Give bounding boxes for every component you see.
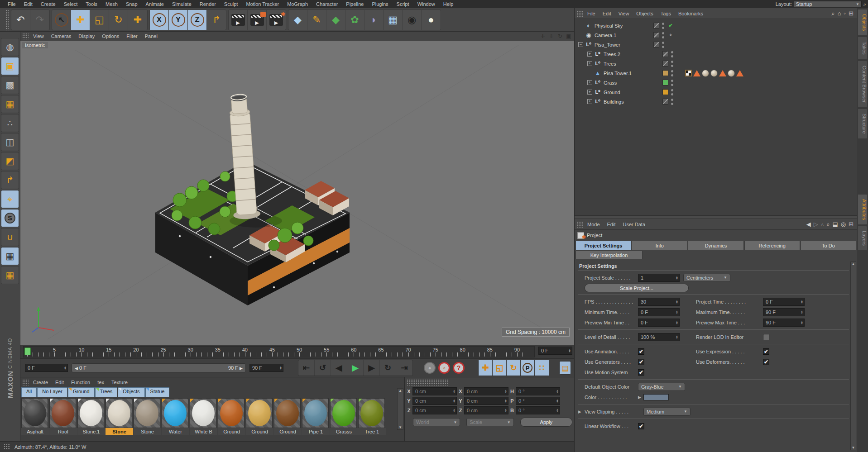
menu-create[interactable]: Create [37,1,60,7]
polygon-mode-icon[interactable]: ◩ [1,152,19,170]
move-tool-icon[interactable]: ✚ [71,10,90,30]
material-drag-handle[interactable] [22,379,29,385]
material-tag[interactable] [728,70,735,77]
tab-referencing[interactable]: Referencing [744,241,800,250]
material-roof-1[interactable]: Roof [49,398,77,435]
viewport-menu-panel[interactable]: Panel [141,33,161,39]
am-target-icon[interactable]: ◎ [841,221,846,228]
object-manager-drag-handle[interactable] [576,10,583,17]
light-object-icon[interactable]: ● [422,10,441,30]
layer-color-swatch[interactable] [662,51,668,57]
toolbar-drag-handle[interactable] [5,10,9,30]
object-name[interactable]: Pisa_Tower [595,42,648,48]
material-ground-9[interactable]: Ground [274,398,302,435]
layout-dropdown[interactable]: Startup ▼ [794,1,862,7]
material-stone-3[interactable]: Stone [106,398,133,435]
tweak-mode-icon[interactable]: ⌖ [1,190,19,208]
om-add-panel-icon[interactable]: ⊞ [849,10,854,17]
expand-icon[interactable]: + [587,61,592,66]
scale-mode-dropdown[interactable]: Scale▼ [466,418,513,426]
scale-tool-icon[interactable]: ◱ [90,10,109,30]
previous-frame-button[interactable]: ◀ [331,360,347,376]
attribute-scrollbar[interactable]: ▲ ▼ [850,262,856,450]
menu-script[interactable]: Script [393,1,413,7]
expand-icon[interactable]: + [587,80,592,85]
menu-file[interactable]: File [4,1,20,7]
menu-sculpt[interactable]: Sculpt [220,1,242,7]
am-forward-icon[interactable]: ▷ [814,221,818,228]
use-deformers-checkbox[interactable]: ✔ [763,359,769,365]
deformer-icon[interactable]: ◗ [364,10,384,30]
linear-workflow-checkbox[interactable]: ✔ [638,423,644,429]
expand-icon[interactable]: ▶ [638,395,643,400]
expand-icon[interactable]: + [587,52,592,57]
viewport-menu-display[interactable]: Display [75,33,98,39]
menu-mograph[interactable]: MoGraph [283,1,312,7]
snap-icon[interactable]: ∪ [1,228,19,246]
material-menu-tex[interactable]: tex [94,379,108,385]
use-motion-system-checkbox[interactable]: ✔ [638,369,644,376]
coord-h-field-2[interactable]: 0 °▲▼ [516,387,560,395]
layer-tab-statue[interactable]: Statue [145,387,170,397]
menu-edit[interactable]: Edit [20,1,37,7]
viewport-menu-filter[interactable]: Filter [123,33,141,39]
object-row-grass[interactable]: +L⁰Grass [575,78,857,87]
visibility-dots[interactable] [662,42,664,48]
viewport-canvas[interactable]: Isometric Grid Spacing : 10000 cm [20,41,574,345]
tab-info[interactable]: Info [632,241,687,250]
layer-tab-ground[interactable]: Ground [68,387,95,397]
key-scale-button[interactable]: ◱ [493,360,507,376]
viewport-drag-handle[interactable] [22,33,29,39]
object-row-trees[interactable]: +L⁰Trees [575,59,857,68]
autokey-button[interactable]: ◦ [438,362,450,374]
undo-icon[interactable]: ↶ [11,10,30,30]
om-menu-tags[interactable]: Tags [657,10,675,17]
material-water-5[interactable]: Water [162,398,189,435]
last-used-tool-icon[interactable]: ✚ [128,10,147,30]
om-filter-icon[interactable]: ◦ [844,10,846,17]
coord-p-field-2[interactable]: 0 °▲▼ [516,397,560,405]
preview-min-time-field[interactable]: 0 F▲▼ [638,319,680,327]
object-name[interactable]: Camera.1 [595,33,648,38]
menu-plugins[interactable]: Plugins [368,1,392,7]
timeline-ruler[interactable]: 051015202530354045505560657075808590 [23,346,535,357]
texture-mode-icon[interactable]: ▩ [1,76,19,94]
previous-key-button[interactable]: ↺ [315,360,331,376]
live-selection-icon[interactable]: ↖ [52,10,71,30]
edge-tab-content-browser[interactable]: Content Browser [858,61,868,108]
model-mode-icon[interactable]: ▣ [1,57,19,75]
tab-project-settings[interactable]: Project Settings [575,241,631,250]
om-menu-view[interactable]: View [615,10,633,17]
object-name[interactable]: Trees.2 [604,52,657,57]
zoom-view-icon[interactable]: ⇩ [548,33,555,40]
material-menu-texture[interactable]: Texture [108,379,131,385]
om-menu-edit[interactable]: Edit [599,10,615,17]
layer-color-swatch[interactable] [662,89,668,95]
workplane-mode-icon[interactable]: ▦ [1,95,19,113]
om-menu-file[interactable]: File [584,10,599,17]
scroll-down-icon[interactable]: ▼ [398,425,402,429]
default-object-color-dropdown[interactable]: Gray-Blue▼ [638,383,685,391]
am-back-icon[interactable]: ◀ [806,221,811,228]
layer-color-swatch[interactable] [662,61,668,67]
preview-max-time-field[interactable]: 90 F▲▼ [763,319,805,327]
record-button[interactable]: ● [424,362,436,374]
scale-project-button[interactable]: Scale Project... [585,284,689,292]
visibility-dots[interactable] [671,89,673,95]
add-cube-object-icon[interactable]: ◆ [288,10,307,30]
coordinate-space-dropdown[interactable]: World▼ [413,418,460,426]
next-key-button[interactable]: ↻ [380,360,396,376]
object-row-physical-sky[interactable]: ◐Physical Sky✔ [575,21,857,30]
coord-b-field-2[interactable]: 0 °▲▼ [516,406,560,414]
visibility-dots[interactable] [662,23,664,29]
object-name[interactable]: Physical Sky [595,23,648,29]
edge-tab-objects[interactable]: Objects [858,9,868,36]
material-scrollbar[interactable]: ▲ ▼ [397,388,403,430]
camera-object-icon[interactable]: ◉ [403,10,422,30]
visibility-dots[interactable] [671,51,673,57]
collapse-icon[interactable]: − [578,42,583,47]
camera-link-icon[interactable]: ⌖ [667,32,674,38]
om-home-icon[interactable]: ⌂ [838,10,841,17]
object-name[interactable]: Trees [604,61,657,67]
search-icon[interactable]: ⌕ [863,1,866,7]
